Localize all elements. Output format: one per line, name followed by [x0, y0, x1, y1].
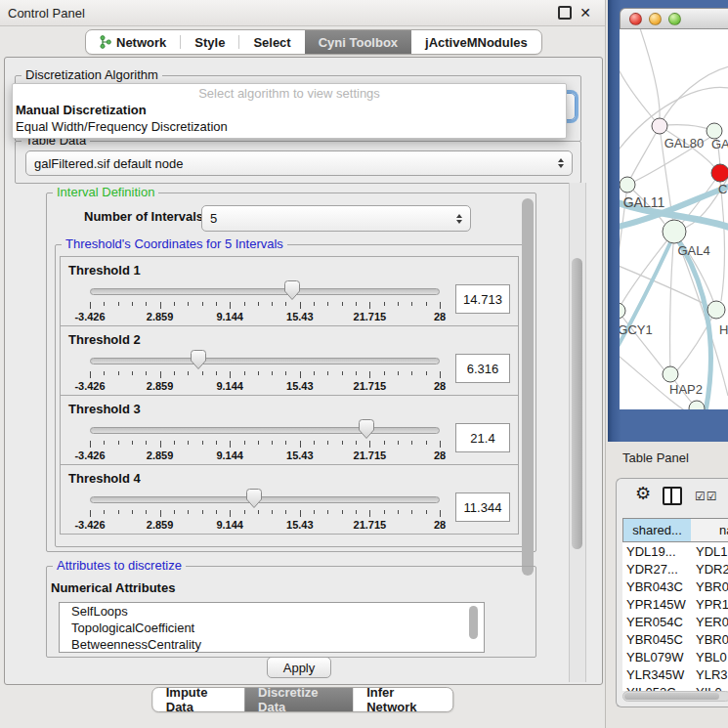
network-node-label: HAP2: [669, 382, 703, 397]
close-icon[interactable]: ✕: [579, 6, 591, 20]
network-node-gal4[interactable]: [663, 220, 686, 243]
panel-scrollbar-track[interactable]: [569, 183, 586, 682]
algorithm-option-manual-discretization[interactable]: Manual Discretization: [13, 102, 566, 118]
tab-infer-network[interactable]: Infer Network: [353, 688, 452, 711]
threshold-slider[interactable]: -3.4262.8599.14415.4321.71528: [90, 280, 440, 325]
attributes-list-scrollbar-thumb[interactable]: [469, 606, 478, 639]
slider-tick: [398, 302, 399, 306]
slider-handle[interactable]: [246, 489, 262, 508]
slider-tick: [188, 510, 189, 514]
slider-tick: [104, 302, 105, 306]
settings-scrollbar-thumb[interactable]: [522, 198, 534, 576]
column-header-name[interactable]: na: [691, 518, 728, 542]
table-row[interactable]: YLR345WYLR3: [622, 665, 728, 683]
network-node-label: GAL11: [623, 194, 665, 210]
tab-select[interactable]: Select: [239, 30, 304, 54]
num-intervals-label: Number of Intervals: [84, 209, 203, 224]
tab-label: Style: [194, 35, 225, 50]
tab-style[interactable]: Style: [181, 30, 238, 54]
threshold-slider[interactable]: -3.4262.8599.14415.4321.71528: [90, 419, 440, 464]
table-data-combobox[interactable]: galFiltered.sif default node: [25, 150, 573, 176]
network-node-gcy1[interactable]: [620, 303, 625, 319]
algorithm-option-equal-width-frequency-discretization[interactable]: Equal Width/Frequency Discretization: [13, 118, 566, 135]
slider-tick: [384, 302, 385, 306]
table-row[interactable]: YPR145WYPR1: [622, 595, 728, 613]
checkbox-icons[interactable]: ☑☑: [695, 490, 718, 503]
slider-handle[interactable]: [191, 350, 206, 369]
table-row[interactable]: YBR045CYBR0: [622, 630, 728, 648]
network-node-hap2[interactable]: [663, 366, 678, 382]
tick-label: 21.715: [354, 450, 387, 461]
network-node-gal80[interactable]: [652, 118, 667, 134]
num-intervals-combobox[interactable]: 5: [201, 205, 471, 232]
threshold-value-field[interactable]: 6.316: [455, 354, 510, 383]
table-row[interactable]: YIL052CYIL0: [622, 683, 728, 691]
zoom-traffic-light-icon[interactable]: [668, 13, 681, 25]
panel-scrollbar-thumb[interactable]: [572, 258, 582, 549]
slider-tick: [146, 302, 147, 306]
slider-handle[interactable]: [359, 419, 374, 439]
tab-impute-data[interactable]: Impute Data: [152, 688, 244, 711]
slider-track[interactable]: [90, 288, 440, 295]
network-node-gal11[interactable]: [620, 177, 635, 193]
column-header-shared-name[interactable]: shared...: [622, 518, 692, 542]
slider-track[interactable]: [90, 358, 440, 364]
slider-tick: [426, 302, 427, 306]
slider-tick: [356, 302, 357, 306]
network-canvas[interactable]: GAL80GAL3CGAL11GAL4GCY1HHAP2: [620, 29, 728, 409]
threshold-label: Threshold 4: [68, 471, 510, 486]
tab-jactivemnodules[interactable]: jActiveMNodules: [411, 30, 541, 54]
algorithm-group-title: Discretization Algorithm: [21, 67, 162, 83]
slider-tick: [118, 441, 119, 445]
table-hscrollbar-thumb[interactable]: [624, 693, 719, 700]
threshold-value-field[interactable]: 11.344: [455, 492, 510, 522]
slider-handle[interactable]: [284, 280, 300, 300]
minimize-traffic-light-icon[interactable]: [649, 13, 662, 25]
slider-tick: [272, 371, 273, 375]
table-row[interactable]: YBL079WYBL0: [622, 648, 728, 665]
apply-button[interactable]: Apply: [267, 657, 331, 678]
network-node-label: GAL3: [711, 137, 728, 151]
tab-label: Select: [253, 35, 290, 50]
tick-label: 9.144: [216, 311, 243, 322]
network-node-red-node[interactable]: [711, 164, 728, 182]
table-hscrollbar-track[interactable]: [622, 691, 728, 702]
attribute-item-topologicalcoefficient[interactable]: TopologicalCoefficient: [60, 620, 484, 636]
table-row[interactable]: YDL19...YDL1: [622, 542, 728, 560]
tab-network[interactable]: Network: [86, 30, 180, 54]
network-node-label: H: [719, 322, 728, 337]
slider-tick: [216, 302, 217, 306]
slider-track[interactable]: [90, 427, 440, 434]
threshold-value-field[interactable]: 21.4: [455, 423, 510, 452]
tab-discretize-data[interactable]: Discretize Data: [244, 688, 353, 711]
close-traffic-light-icon[interactable]: [629, 13, 642, 25]
slider-tick: [314, 510, 315, 514]
threshold-box-3: Threshold 3-3.4262.8599.14415.4321.71528…: [60, 395, 519, 465]
float-window-icon[interactable]: [558, 6, 572, 20]
tab-label: Network: [116, 35, 166, 50]
slider-tick: [411, 371, 412, 375]
table-row[interactable]: YER054CYER0: [622, 613, 728, 630]
threshold-slider[interactable]: -3.4262.8599.14415.4321.71528: [90, 489, 440, 534]
table-row[interactable]: YDR27...YDR2: [622, 560, 728, 578]
table-row[interactable]: YBR043CYBR0: [622, 578, 728, 595]
tick-label: 15.43: [286, 450, 314, 461]
network-tree-icon: [100, 35, 111, 49]
slider-track[interactable]: [90, 496, 440, 503]
attribute-item-selfloops[interactable]: SelfLoops: [60, 603, 484, 620]
threshold-box-4: Threshold 4-3.4262.8599.14415.4321.71528…: [60, 464, 519, 535]
split-view-icon[interactable]: [663, 487, 682, 505]
attribute-item-betweennesscentrality[interactable]: BetweennessCentrality: [60, 636, 484, 653]
threshold-value-field[interactable]: 14.713: [455, 284, 510, 314]
gear-icon[interactable]: ⚙: [635, 485, 651, 502]
threshold-slider[interactable]: -3.4262.8599.14415.4321.71528: [90, 350, 440, 395]
slider-tick: [369, 441, 370, 448]
tab-cyni-toolbox[interactable]: Cyni Toolbox: [305, 30, 411, 54]
slider-tick: [174, 371, 175, 375]
network-node-h-node[interactable]: [707, 301, 725, 319]
slider-tick: [216, 371, 217, 375]
network-window-titlebar[interactable]: [620, 8, 728, 29]
tab-label: Infer Network: [366, 687, 439, 712]
network-node-label: C: [718, 182, 727, 196]
slider-tick: [258, 302, 259, 306]
